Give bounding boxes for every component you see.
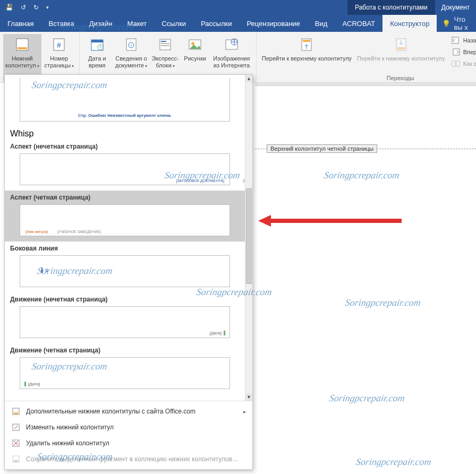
goto-footer-icon (393, 36, 410, 53)
nav-forward-button[interactable]: Вперед (450, 47, 476, 57)
gallery-item-aspect-even[interactable]: Аспект (четная страница) [Имя автора] [У… (5, 191, 245, 242)
svg-rect-19 (303, 40, 310, 42)
footer-gallery-dropdown: Стр. Ошибка! Неизвестный аргумент ключа.… (4, 74, 253, 470)
menu-edit-footer-label: Изменить нижний колонтитул (26, 424, 114, 431)
tab-review[interactable]: Рецензирование (239, 15, 307, 32)
quick-parts-icon (157, 36, 174, 53)
gallery-preview: Стр. Ошибка! Неизвестный аргумент ключа. (20, 78, 230, 122)
tab-design[interactable]: Дизайн (82, 15, 120, 32)
nav-back-icon (452, 36, 460, 45)
goto-header-button[interactable]: Перейти к верхнему колонтитулу (260, 34, 354, 74)
doc-info-icon: i (123, 36, 140, 53)
menu-remove-footer-label: Удалить нижний колонтитул (26, 439, 109, 447)
svg-rect-31 (14, 460, 18, 462)
gallery-preview: [Дата] (20, 357, 230, 389)
annotation-arrow (258, 215, 402, 227)
ribbon-tabs: Главная Вставка Дизайн Макет Ссылки Расс… (0, 15, 476, 32)
gallery-item-title: Боковая линия (10, 245, 240, 252)
title-bar: 💾 ↺ ↻ ▾ Работа с колонтитулами Документ (0, 0, 476, 15)
gallery-item-motion-odd[interactable]: Движение (нечетная страница) [Дата] (5, 292, 245, 343)
tab-constructor[interactable]: Конструктор (382, 15, 437, 32)
svg-text:i: i (131, 43, 132, 48)
online-pictures-label: Изображения из Интернета (212, 55, 251, 68)
gallery-item-aspect-odd[interactable]: Аспект (нечетная страница) [ЗАГОЛОВОК ДО… (5, 140, 245, 191)
qat-dropdown-icon[interactable]: ▾ (46, 5, 49, 10)
scroll-down-icon[interactable]: ▼ (245, 393, 252, 401)
menu-save-selection-label: Сохранить выделенный фрагмент в коллекци… (26, 455, 239, 463)
gallery-item-title: Аспект (нечетная страница) (10, 143, 240, 150)
quick-parts-label: Экспресс-блоки (152, 55, 179, 68)
gallery-item-title: Аспект (четная страница) (10, 194, 240, 201)
menu-remove-footer[interactable]: Удалить нижний колонтитул (5, 435, 252, 451)
tab-mailings[interactable]: Рассылки (193, 15, 239, 32)
calendar-icon (89, 36, 106, 53)
footer-button-label: Нижний колонтитул (5, 55, 39, 68)
tell-me-text: Что вы х (454, 15, 471, 31)
link-previous-label: Как в предыдущем разделе (463, 61, 476, 67)
nav-forward-icon (452, 48, 460, 56)
gallery-preview: 1 (20, 255, 230, 287)
group-navigation: Перейти к верхнему колонтитулу Перейти к… (257, 32, 476, 82)
tab-home[interactable]: Главная (0, 15, 41, 32)
tab-acrobat[interactable]: ACROBAT (335, 15, 382, 32)
footer-icon (14, 36, 31, 53)
goto-footer-button[interactable]: Перейти к нижнему колонтитулу (355, 34, 447, 74)
gallery-scrollbar[interactable]: ▲ ▼ (245, 75, 252, 401)
tab-insert[interactable]: Вставка (41, 15, 81, 32)
tab-references[interactable]: Ссылки (154, 15, 193, 32)
menu-save-selection: Сохранить выделенный фрагмент в коллекци… (5, 451, 252, 467)
goto-header-icon (298, 36, 315, 53)
svg-rect-12 (161, 43, 169, 44)
save-icon[interactable]: 💾 (5, 4, 13, 11)
scroll-up-icon[interactable]: ▲ (245, 75, 252, 82)
svg-point-15 (191, 42, 194, 45)
goto-footer-label: Перейти к нижнему колонтитулу (357, 55, 445, 62)
nav-forward-label: Вперед (463, 49, 476, 55)
link-previous-icon (452, 59, 460, 68)
gallery-item-title: Движение (нечетная страница) (10, 296, 240, 303)
group-nav-label: Переходы (260, 74, 476, 81)
gallery-footer-menu: Дополнительные нижние колонтитулы с сайт… (5, 401, 252, 469)
gallery-preview: [Дата] (20, 306, 230, 338)
svg-text:#: # (57, 41, 61, 49)
header-section-label: Верхний колонтитул четной страницы (267, 144, 377, 153)
menu-edit-footer[interactable]: Изменить нижний колонтитул (5, 419, 252, 435)
svg-rect-21 (397, 47, 405, 49)
nav-back-button[interactable]: Назад (450, 35, 476, 46)
pictures-label: Рисунки (184, 55, 206, 62)
tell-me[interactable]: 💡 Что вы х (437, 15, 476, 31)
date-time-label: Дата и время (85, 55, 109, 68)
gallery-item-title: Whisp (10, 129, 240, 139)
gallery-item-whisp[interactable]: Стр. Ошибка! Неизвестный аргумент ключа. (5, 75, 245, 127)
pictures-icon (186, 36, 203, 53)
svg-rect-13 (161, 45, 169, 46)
document-title: Документ (435, 1, 476, 14)
remove-icon (11, 438, 21, 448)
svg-rect-11 (161, 41, 166, 42)
document-area: Верхний колонтитул четной страницы (255, 97, 476, 474)
svg-rect-1 (18, 47, 27, 49)
scroll-thumb[interactable] (246, 188, 252, 284)
gallery-item-sideline[interactable]: Боковая линия 1 (5, 242, 245, 292)
link-previous-button[interactable]: Как в предыдущем разделе (450, 58, 476, 69)
nav-back-label: Назад (463, 37, 476, 44)
redo-icon[interactable]: ↻ (33, 4, 39, 11)
page-number-icon: # (50, 36, 67, 53)
gallery-item-title: Движение (четная страница) (10, 347, 240, 354)
gallery-preview: [ЗАГОЛОВОК ДОКУМЕНТА] [Подзаголовок доку… (20, 153, 230, 185)
gallery-preview: [Имя автора] [УЧЕБНОЕ ЗАВЕДЕНИЕ] (20, 204, 230, 236)
tab-view[interactable]: Вид (308, 15, 335, 32)
svg-rect-24 (452, 61, 455, 66)
page-number-label: Номер страницы (45, 55, 74, 68)
undo-icon[interactable]: ↺ (21, 4, 26, 11)
online-pictures-icon (223, 36, 240, 53)
tab-layout[interactable]: Макет (120, 15, 155, 32)
menu-more-office-label: Дополнительные нижние колонтитулы с сайт… (26, 408, 196, 415)
svg-rect-5 (91, 40, 103, 42)
doc-info-label: Сведения о документе (115, 55, 148, 68)
menu-more-office[interactable]: Дополнительные нижние колонтитулы с сайт… (5, 403, 252, 419)
save-selection-icon (11, 454, 21, 464)
gallery-item-motion-even[interactable]: Движение (четная страница) [Дата] (5, 343, 245, 394)
svg-rect-25 (456, 61, 460, 66)
edit-icon (11, 423, 21, 432)
